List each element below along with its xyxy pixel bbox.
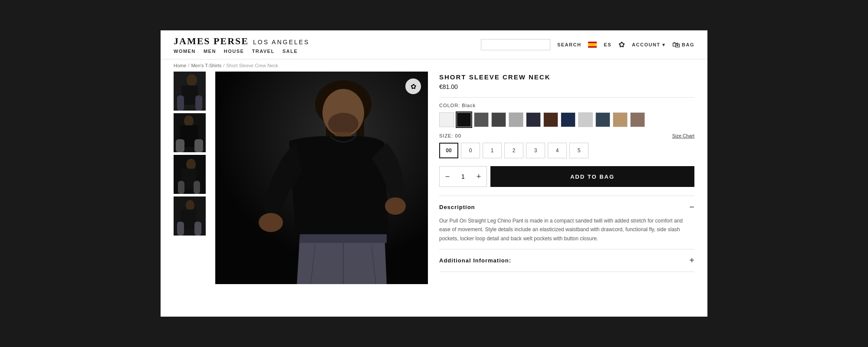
main-product-image: ✿ xyxy=(215,72,428,284)
account-label: ACCOUNT xyxy=(632,42,661,47)
header-right: SEARCH ES ✿ ACCOUNT ▾ 🛍 BAG xyxy=(481,39,694,50)
size-btn-5[interactable]: 5 xyxy=(569,143,589,158)
svg-rect-11 xyxy=(194,139,203,152)
main-content: ✿ SHORT SLEEVE CREW NECK €81.00 COLOR: B… xyxy=(161,72,707,297)
flower-icon: ✿ xyxy=(618,40,625,49)
breadcrumb-home[interactable]: Home xyxy=(174,63,186,68)
color-label: COLOR: Black xyxy=(439,103,694,108)
description-accordion-header[interactable]: Description − xyxy=(439,202,694,212)
product-price: €81.00 xyxy=(439,83,694,90)
color-swatch-navy-dark[interactable] xyxy=(526,112,541,127)
description-collapse-icon: − xyxy=(689,202,694,212)
bag-area[interactable]: 🛍 BAG xyxy=(672,40,694,49)
color-swatch-white[interactable] xyxy=(439,112,454,127)
bag-label: BAG xyxy=(682,42,694,47)
add-to-bag-button[interactable]: ADD TO BAG xyxy=(490,166,694,187)
size-chart-link[interactable]: Size Chart xyxy=(672,133,694,138)
color-swatch-taupe[interactable] xyxy=(630,112,645,127)
description-section: Description − Our Pull On Straight Leg C… xyxy=(439,196,694,249)
description-title: Description xyxy=(439,204,475,210)
svg-point-18 xyxy=(186,200,194,210)
city-name: LOS ANGELES xyxy=(253,39,309,46)
bag-icon: 🛍 xyxy=(672,40,680,49)
thumbnail-3[interactable] xyxy=(174,155,206,194)
size-btn-0[interactable]: 0 xyxy=(461,143,480,158)
thumbnail-4[interactable] xyxy=(174,196,206,236)
brand-name: JAMES PERSE xyxy=(174,36,249,47)
quantity-control: − 1 + xyxy=(439,166,487,187)
nav-house[interactable]: HOUSE xyxy=(224,49,244,54)
svg-rect-15 xyxy=(178,181,184,194)
product-image-logo: ✿ xyxy=(405,79,421,94)
chevron-down-icon: ▾ xyxy=(662,42,666,48)
svg-rect-20 xyxy=(177,222,184,236)
additional-info-expand-icon: + xyxy=(689,255,694,265)
breadcrumb-sep-1: / xyxy=(188,63,189,68)
svg-point-13 xyxy=(186,159,196,170)
svg-rect-16 xyxy=(194,181,200,194)
quantity-value: 1 xyxy=(455,173,471,180)
product-title: SHORT SLEEVE CREW NECK xyxy=(439,73,694,81)
svg-rect-5 xyxy=(177,95,184,111)
product-info: SHORT SLEEVE CREW NECK €81.00 COLOR: Bla… xyxy=(435,72,694,284)
breadcrumb-sep-2: / xyxy=(223,63,224,68)
size-options: 00 0 1 2 3 4 5 xyxy=(439,143,694,158)
svg-rect-6 xyxy=(195,95,202,111)
color-swatch-light-gray-mix[interactable] xyxy=(509,112,523,127)
add-to-bag-row: − 1 + ADD TO BAG xyxy=(439,166,694,187)
quantity-decrease-button[interactable]: − xyxy=(440,167,455,187)
header: JAMES PERSE LOS ANGELES WOMEN MEN HOUSE … xyxy=(161,30,707,59)
size-btn-00[interactable]: 00 xyxy=(439,143,458,158)
nav-men[interactable]: MEN xyxy=(204,49,216,54)
size-btn-1[interactable]: 1 xyxy=(483,143,502,158)
thumbnail-1[interactable] xyxy=(174,72,206,111)
breadcrumb: Home / Men's T-Shirts / Short Sleeve Cre… xyxy=(161,59,707,72)
svg-point-30 xyxy=(259,213,283,232)
size-header: SIZE: 00 Size Chart xyxy=(439,133,694,138)
nav-women[interactable]: WOMEN xyxy=(174,49,196,54)
logo-area: JAMES PERSE LOS ANGELES WOMEN MEN HOUSE … xyxy=(174,36,309,54)
svg-rect-21 xyxy=(194,222,201,236)
additional-info-title: Additional Information: xyxy=(439,257,511,264)
color-swatches xyxy=(439,112,694,127)
logo-top: JAMES PERSE LOS ANGELES xyxy=(174,36,309,47)
color-swatch-brown-dark[interactable] xyxy=(543,112,558,127)
color-value: Black xyxy=(462,103,476,108)
description-body: Our Pull On Straight Leg Chino Pant is m… xyxy=(439,216,694,243)
size-label: SIZE: 00 xyxy=(439,133,461,138)
color-swatch-charcoal[interactable] xyxy=(491,112,506,127)
size-btn-3[interactable]: 3 xyxy=(526,143,545,158)
account-button[interactable]: ACCOUNT ▾ xyxy=(632,42,665,48)
color-swatch-tan[interactable] xyxy=(613,112,628,127)
search-input[interactable] xyxy=(481,39,550,50)
svg-rect-10 xyxy=(176,139,184,152)
additional-info-section: Additional Information: + xyxy=(439,249,694,272)
language-button[interactable]: ES xyxy=(604,42,612,47)
nav-travel[interactable]: TRAVEL xyxy=(252,49,274,54)
page-wrapper: JAMES PERSE LOS ANGELES WOMEN MEN HOUSE … xyxy=(161,30,707,317)
additional-info-accordion-header[interactable]: Additional Information: + xyxy=(439,255,694,265)
svg-point-31 xyxy=(385,197,406,215)
thumbnail-column xyxy=(174,72,208,284)
color-swatch-slate[interactable] xyxy=(595,112,610,127)
svg-rect-1 xyxy=(588,43,597,46)
color-swatch-dark-gray[interactable] xyxy=(474,112,489,127)
size-value: 00 xyxy=(455,133,461,138)
svg-point-3 xyxy=(187,74,197,86)
thumbnail-2[interactable] xyxy=(174,113,206,152)
color-swatch-black[interactable] xyxy=(457,112,471,127)
quantity-increase-button[interactable]: + xyxy=(471,167,487,187)
breadcrumb-current: Short Sleeve Crew Neck xyxy=(226,63,278,68)
svg-point-8 xyxy=(184,115,194,127)
flag-icon xyxy=(588,42,597,48)
breadcrumb-mens-tshirts[interactable]: Men's T-Shirts xyxy=(191,63,221,68)
search-button[interactable]: SEARCH xyxy=(557,42,581,47)
color-swatch-light-gray[interactable] xyxy=(578,112,593,127)
size-btn-2[interactable]: 2 xyxy=(504,143,523,158)
size-btn-4[interactable]: 4 xyxy=(548,143,567,158)
color-swatch-dark-navy[interactable] xyxy=(561,112,575,127)
nav-sale[interactable]: SALE xyxy=(283,49,298,54)
svg-point-28 xyxy=(328,113,358,134)
main-nav: WOMEN MEN HOUSE TRAVEL SALE xyxy=(174,49,309,54)
